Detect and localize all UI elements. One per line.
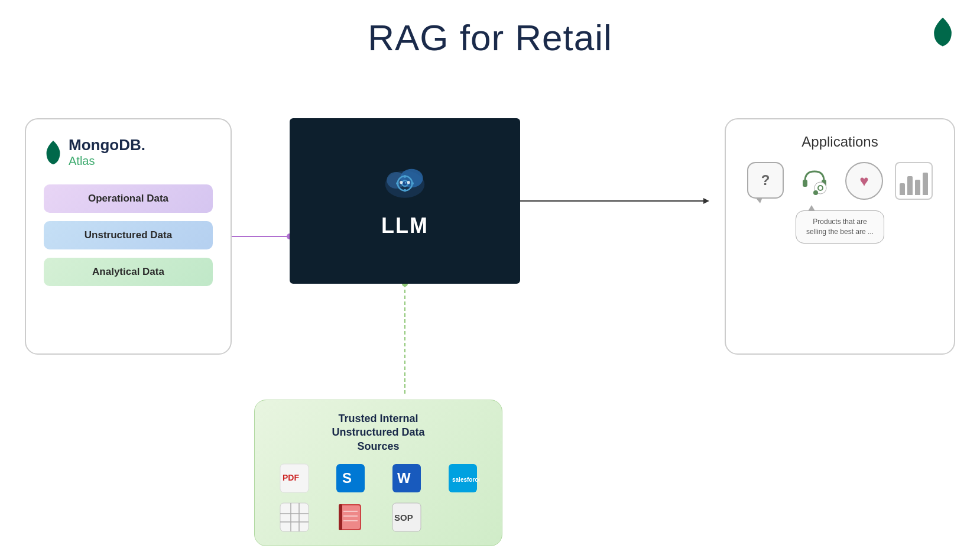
word-icon: W (390, 462, 423, 495)
mongodb-brand-name: MongoDB. (69, 136, 145, 154)
qa-chat-icon: ? (747, 162, 784, 199)
app-icons-row: ? ♥ (738, 162, 942, 200)
svg-rect-36 (280, 503, 309, 531)
analytical-data-pill: Analytical Data (44, 258, 213, 286)
headset-gear-icon (796, 162, 833, 200)
bar-chart-icon (895, 162, 933, 200)
source-icons-grid: PDF S W s (269, 462, 488, 534)
svg-rect-15 (396, 183, 398, 185)
bar-3 (915, 180, 920, 195)
svg-point-17 (400, 181, 403, 184)
sop-icon: SOP (390, 501, 423, 534)
svg-rect-16 (411, 183, 414, 185)
page-title: RAG for Retail (0, 0, 980, 59)
mongodb-atlas-box: MongoDB. Atlas Operational Data Unstruct… (25, 118, 232, 355)
svg-point-25 (819, 186, 822, 190)
data-sources-box: Trusted InternalUnstructured DataSources… (254, 400, 502, 546)
spreadsheet-icon (278, 501, 311, 534)
mongodb-leaf-logo (44, 140, 63, 164)
mongodb-corner-logo (932, 17, 954, 47)
bar-1 (900, 183, 905, 195)
svg-rect-43 (339, 504, 342, 530)
svg-point-18 (407, 181, 410, 184)
svg-rect-14 (404, 189, 406, 192)
mongodb-leaf-icon (932, 17, 954, 47)
svg-text:salesforce: salesforce (452, 476, 479, 483)
data-sources-title: Trusted InternalUnstructured DataSources (269, 412, 488, 453)
svg-rect-42 (340, 505, 360, 529)
heart-icon: ♥ (845, 162, 883, 200)
llm-box: LLM (290, 118, 520, 284)
svg-rect-13 (404, 175, 406, 177)
bar-4 (923, 173, 928, 195)
svg-text:W: W (397, 470, 411, 486)
llm-robot-icon (381, 164, 429, 205)
applications-title: Applications (738, 134, 942, 150)
svg-text:SOP: SOP (394, 512, 413, 523)
svg-point-20 (405, 182, 407, 184)
heart-symbol: ♥ (859, 172, 868, 190)
diagram-area: MongoDB. Atlas Operational Data Unstruct… (0, 83, 980, 558)
product-speech-bubble: Products that are selling the best are .… (796, 210, 884, 244)
llm-label: LLM (381, 213, 429, 238)
bar-2 (907, 176, 913, 195)
svg-rect-21 (803, 180, 807, 187)
svg-text:S: S (342, 470, 352, 486)
question-mark-icon: ? (761, 172, 770, 189)
svg-text:PDF: PDF (283, 473, 299, 482)
applications-box: Applications ? (725, 118, 955, 355)
mongodb-text-block: MongoDB. Atlas (69, 136, 145, 168)
mongodb-header: MongoDB. Atlas (44, 136, 213, 168)
svg-point-26 (813, 190, 818, 195)
unstructured-data-pill: Unstructured Data (44, 221, 213, 249)
book-icon (334, 501, 367, 534)
mongodb-atlas-label: Atlas (69, 154, 145, 168)
salesforce-icon: salesforce (446, 462, 479, 495)
operational-data-pill: Operational Data (44, 184, 213, 213)
pdf-icon: PDF (278, 462, 311, 495)
sharepoint-icon: S (334, 462, 367, 495)
svg-marker-4 (703, 198, 709, 204)
